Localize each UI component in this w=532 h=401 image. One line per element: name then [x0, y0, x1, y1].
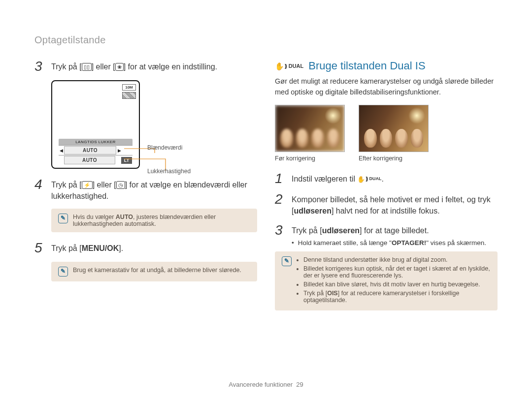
text: ] eller [ [93, 181, 116, 189]
text: ] eller [ [92, 62, 115, 71]
shutter-value: AUTO [64, 156, 115, 164]
caption-before: Før korrigering [275, 155, 344, 162]
text: Hvis du vælger [73, 214, 116, 220]
note-item: Billedet korrigeres kun optisk, når det … [303, 265, 491, 279]
step-1-right: 1 Indstil vælgeren til ✋)) DUAL. [275, 172, 498, 185]
text-bold: OIS [327, 290, 338, 297]
flash-icon: ⚡ [82, 181, 93, 189]
note-auto: ✎ Hvis du vælger AUTO, justeres blændevæ… [51, 209, 257, 232]
step-5-left: 5 Tryk på [MENU/OK]. [34, 241, 257, 255]
step-3-right: 3 Tryk på [udløseren] for at tage billed… [275, 223, 498, 237]
sample-after: Efter korrigering [359, 105, 428, 162]
note-list: Denne tilstand understøtter ikke brug af… [297, 256, 491, 306]
aperture-value: AUTO [64, 146, 116, 154]
mode-label: LANGTIDS LUKKER [59, 139, 133, 145]
text: Hold kameraet stille, så længe " [298, 239, 392, 247]
dual-text: DUAL [369, 176, 382, 182]
resolution-badge: 10M [122, 84, 136, 91]
note-text: Brug et kamerastativ for at undgå, at bi… [73, 267, 241, 274]
left-arrow-icon: ◀ [59, 148, 64, 153]
step-number: 2 [275, 192, 287, 216]
step-text: Tryk på [⚡] eller [◷] for at vælge en bl… [51, 178, 257, 202]
sample-before: Før korrigering [275, 105, 344, 162]
lcd-screen: 10M LANGTIDS LUKKER ◀ AUTO ▶ [51, 80, 140, 169]
thumb-after [359, 105, 429, 152]
text: Tryk på [ [292, 226, 322, 235]
callout-shutter: Lukkerhastighed [147, 168, 191, 175]
step-text: Indstil vælgeren til ✋)) DUAL. [292, 172, 384, 185]
timer-icon: ◷ [116, 181, 125, 189]
text: Indstil vælgeren til [292, 175, 357, 183]
lt-badge: LT [121, 157, 132, 164]
text: ] for at tage billedet. [360, 226, 429, 235]
text: Tryk på [ [51, 244, 82, 252]
sample-images: Før korrigering Efter korrigering [275, 105, 498, 162]
text: ] halvt ned for at indstille fokus. [332, 207, 440, 215]
text-bold: MENU/OK [82, 244, 119, 252]
step-text: Tryk på [udløseren] for at tage billedet… [292, 223, 429, 237]
step-text: Tryk på [MENU/OK]. [51, 241, 123, 255]
note-tripod: ✎ Brug et kamerastativ for at undgå, at … [51, 262, 257, 281]
note-icon: ✎ [282, 256, 292, 266]
dual-is-icon: ✋)) DUAL [275, 62, 303, 70]
macro-icon: ❀ [115, 63, 124, 71]
note-icon: ✎ [58, 214, 68, 223]
callout-aperture: Blændeværdi [147, 144, 182, 151]
step-number: 1 [275, 172, 287, 185]
dual-text: DUAL [289, 63, 304, 69]
page-section-header: Optagetilstande [34, 34, 498, 46]
step-number: 4 [34, 178, 46, 202]
text: " vises på skærmen. [426, 239, 486, 247]
section-title: ✋)) DUAL Bruge tilstanden Dual IS [275, 60, 498, 72]
footer-page-number: 29 [296, 381, 303, 388]
section-intro: Gør det muligt at reducere kamerarystels… [275, 76, 498, 98]
text: Tryk på [ [51, 62, 82, 71]
display-icon: ▯▯ [82, 63, 92, 71]
thumb-before [275, 105, 345, 152]
dual-is-icon: ✋)) DUAL [357, 176, 381, 183]
text: ] for at vælge en indstilling. [124, 62, 217, 71]
step-number: 5 [34, 241, 46, 255]
step-2-right: 2 Komponer billedet, så hele motivet er … [275, 192, 498, 216]
text: ]. [119, 244, 123, 252]
title-text: Bruge tilstanden Dual IS [308, 60, 425, 72]
text-bold: AUTO [116, 214, 133, 220]
step-4-left: 4 Tryk på [⚡] eller [◷] for at vælge en … [34, 178, 257, 202]
left-column: 3 Tryk på [▯▯] eller [❀] for at vælge en… [34, 60, 257, 319]
text: Tryk på [ [303, 290, 327, 297]
text-bold: OPTAGER! [392, 239, 426, 247]
note-dualis: ✎ Denne tilstand understøtter ikke brug … [275, 251, 498, 310]
page-footer: Avancerede funktioner 29 [0, 381, 532, 388]
right-arrow-icon: ▶ [117, 148, 122, 153]
caption-after: Efter korrigering [359, 155, 428, 162]
text: Tryk på [ [51, 181, 82, 189]
note-item: Billedet kan blive sløret, hvis dit moti… [303, 281, 491, 288]
footer-label: Avancerede funktioner [229, 381, 293, 388]
step-number: 3 [34, 60, 46, 73]
step-3-left: 3 Tryk på [▯▯] eller [❀] for at vælge en… [34, 60, 257, 73]
step-text: Komponer billedet, så hele motivet er me… [292, 192, 498, 216]
text-bold: udløseren [294, 207, 331, 215]
lcd-diagram: 10M LANGTIDS LUKKER ◀ AUTO ▶ [51, 80, 189, 169]
step-3-sub: Hold kameraet stille, så længe "OPTAGER!… [292, 239, 498, 247]
text-bold: udløseren [322, 226, 360, 235]
right-column: ✋)) DUAL Bruge tilstanden Dual IS Gør de… [275, 60, 498, 319]
quality-badge [122, 92, 136, 99]
note-text: Hvis du vælger AUTO, justeres blændeværd… [73, 214, 250, 227]
note-item: Tryk på [OIS] for at reducere kameraryst… [303, 290, 491, 304]
step-number: 3 [275, 223, 287, 237]
step-text: Tryk på [▯▯] eller [❀] for at vælge en i… [51, 60, 217, 73]
note-icon: ✎ [58, 267, 68, 277]
note-item: Denne tilstand understøtter ikke brug af… [303, 256, 491, 263]
